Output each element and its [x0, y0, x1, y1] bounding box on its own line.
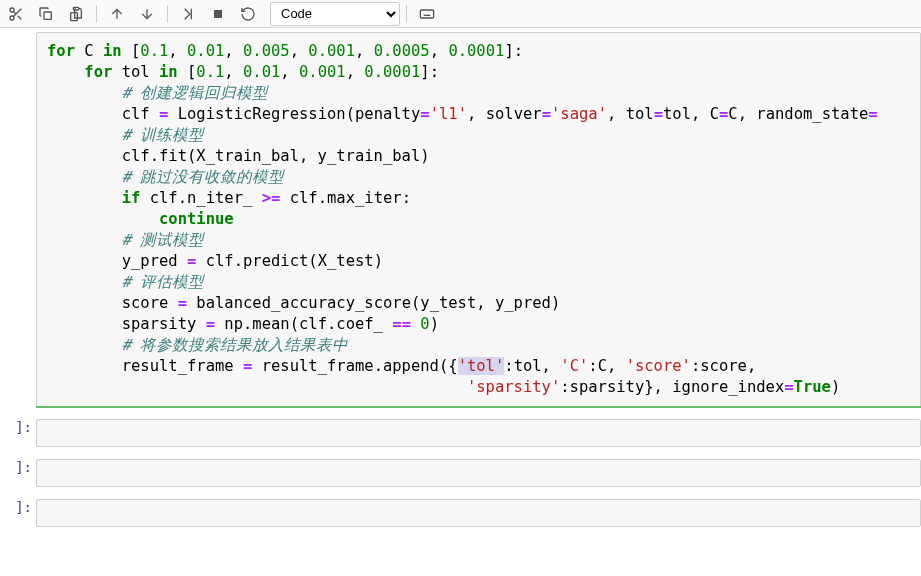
restart-icon: [240, 6, 256, 22]
cell-prompt: ]:: [0, 419, 36, 447]
code-editor[interactable]: for C in [0.1, 0.01, 0.005, 0.001, 0.000…: [36, 32, 921, 407]
svg-rect-12: [420, 10, 433, 18]
move-down-button[interactable]: [133, 2, 161, 26]
code-cell[interactable]: ]:: [0, 419, 921, 447]
paste-button[interactable]: [62, 2, 90, 26]
code-cell[interactable]: ]:: [0, 499, 921, 527]
stop-button[interactable]: [204, 2, 232, 26]
cell-prompt: ]:: [0, 459, 36, 487]
svg-rect-5: [44, 12, 51, 19]
cell-prompt: [0, 32, 36, 407]
svg-line-3: [18, 15, 22, 19]
cut-button[interactable]: [2, 2, 30, 26]
toolbar-separator: [406, 5, 407, 23]
code-editor[interactable]: [36, 499, 921, 527]
paste-icon: [68, 6, 84, 22]
arrow-up-icon: [109, 6, 125, 22]
toolbar-separator: [96, 5, 97, 23]
notebook-body[interactable]: for C in [0.1, 0.01, 0.005, 0.001, 0.000…: [0, 28, 921, 576]
code-editor[interactable]: [36, 459, 921, 487]
scissors-icon: [8, 6, 24, 22]
cell-prompt: ]:: [0, 499, 36, 527]
arrow-down-icon: [139, 6, 155, 22]
stop-icon: [210, 6, 226, 22]
command-palette-button[interactable]: [413, 2, 441, 26]
copy-button[interactable]: [32, 2, 60, 26]
move-up-button[interactable]: [103, 2, 131, 26]
keyboard-icon: [419, 6, 435, 22]
notebook-toolbar: Code: [0, 0, 921, 28]
run-button[interactable]: [174, 2, 202, 26]
run-icon: [180, 6, 196, 22]
cell-type-select[interactable]: Code: [270, 2, 400, 26]
svg-line-4: [13, 11, 16, 14]
code-cell[interactable]: ]:: [0, 459, 921, 487]
code-cell[interactable]: for C in [0.1, 0.01, 0.005, 0.001, 0.000…: [0, 32, 921, 407]
restart-button[interactable]: [234, 2, 262, 26]
svg-rect-11: [214, 10, 222, 18]
code-editor[interactable]: [36, 419, 921, 447]
svg-point-1: [10, 16, 14, 20]
copy-icon: [38, 6, 54, 22]
toolbar-separator: [167, 5, 168, 23]
svg-point-0: [10, 8, 14, 12]
